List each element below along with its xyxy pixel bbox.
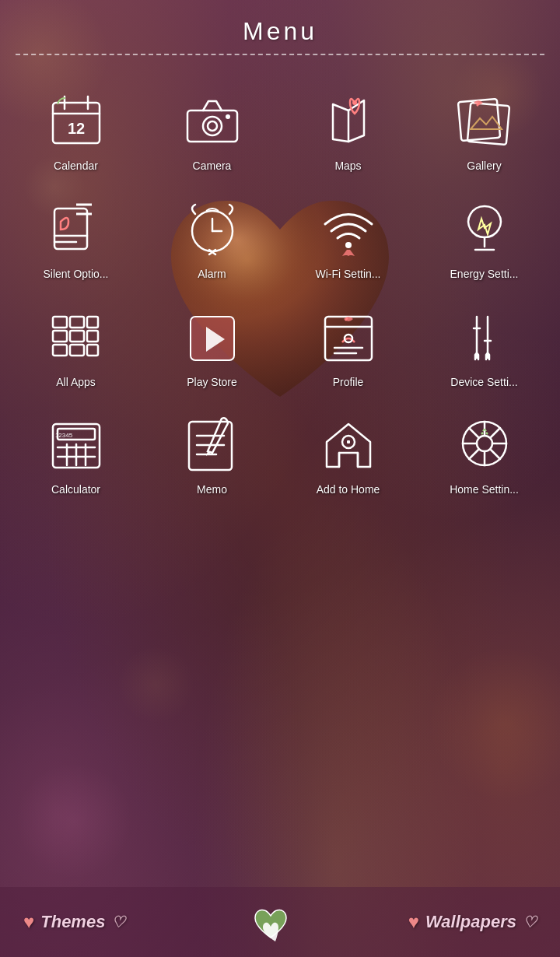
center-hearts-button[interactable] [247,903,286,941]
play-store-icon [177,301,247,371]
home-settings-label: Home Settin... [450,483,519,496]
add-to-home-icon-item[interactable]: Add to Home [280,402,416,503]
app-grid: 12 Calendar Camera [0,63,560,510]
gallery-icon-item[interactable]: Gallery [416,79,552,179]
svg-rect-33 [87,331,98,342]
svg-point-64 [477,436,492,451]
profile-icon-item[interactable]: Profile [280,295,416,395]
calculator-icon-item[interactable]: 12345 Calculator [8,402,144,503]
themes-label: Themes [40,912,105,932]
calculator-icon: 12345 [41,408,111,478]
memo-icon-item[interactable]: Memo [144,402,280,503]
energy-settings-label: Energy Setti... [450,268,519,281]
svg-line-70 [491,450,500,459]
bottom-bar: ♥ Themes ♡ ♥ Wallpapers ♡ [0,887,560,957]
alarm-icon [177,193,247,263]
themes-heart-icon2: ♡ [111,913,125,931]
all-apps-icon-item[interactable]: All Apps [8,295,144,395]
wifi-settings-label: Wi-Fi Settin... [315,268,380,281]
energy-settings-icon [450,193,520,263]
wallpapers-heart-icon2: ♡ [523,913,537,931]
silent-options-icon-item[interactable]: Silent Optio... [8,187,144,287]
wifi-settings-icon-item[interactable]: Wi-Fi Settin... [280,187,416,287]
svg-rect-30 [53,345,67,356]
themes-heart-icon: ♥ [23,911,34,933]
menu-title: Menu [243,17,317,45]
wifi-settings-icon [313,193,383,263]
home-settings-icon [450,408,520,478]
calendar-icon: 12 [41,85,111,155]
svg-line-73 [481,433,483,434]
calendar-label: Calendar [54,160,98,173]
home-settings-icon-item[interactable]: Home Settin... [416,402,552,503]
svg-point-7 [208,121,217,131]
add-to-home-icon [313,408,383,478]
menu-header: Menu [16,0,544,55]
camera-icon [177,85,247,155]
all-apps-icon [41,301,111,371]
device-settings-label: Device Setti... [450,376,517,389]
gallery-label: Gallery [467,160,501,173]
svg-rect-29 [70,331,84,342]
svg-rect-28 [53,331,67,342]
calendar-icon-item[interactable]: 12 Calendar [8,79,144,179]
wallpapers-button[interactable]: ♥ Wallpapers ♡ [408,911,537,933]
alarm-icon-item[interactable]: Alarm [144,187,280,287]
wallpapers-label: Wallpapers [425,912,516,932]
svg-text:12345: 12345 [54,432,72,439]
svg-text:12: 12 [67,120,84,137]
wallpapers-heart-icon: ♥ [408,911,419,933]
svg-rect-5 [187,110,237,142]
svg-point-10 [352,100,357,105]
silent-options-icon [41,193,111,263]
camera-label: Camera [193,160,232,173]
device-settings-icon [450,301,520,371]
profile-label: Profile [333,376,364,389]
play-store-icon-item[interactable]: Play Store [144,295,280,395]
maps-icon [313,85,383,155]
silent-options-label: Silent Optio... [43,268,108,281]
energy-settings-icon-item[interactable]: Energy Setti... [416,187,552,287]
svg-line-69 [469,428,478,437]
svg-line-74 [486,433,488,434]
memo-icon [177,408,247,478]
all-apps-label: All Apps [56,376,96,389]
svg-rect-31 [70,345,84,356]
alarm-label: Alarm [198,268,226,281]
memo-label: Memo [197,483,227,496]
play-store-label: Play Store [187,376,237,389]
svg-rect-34 [87,345,98,356]
gallery-icon [450,85,520,155]
add-to-home-label: Add to Home [317,483,380,496]
maps-icon-item[interactable]: Maps [280,79,416,179]
device-settings-icon-item[interactable]: Device Setti... [416,295,552,395]
svg-rect-27 [70,317,84,328]
calculator-label: Calculator [51,483,100,496]
svg-line-71 [491,428,500,437]
camera-icon-item[interactable]: Camera [144,79,280,179]
maps-label: Maps [334,160,361,173]
svg-rect-26 [53,317,67,328]
svg-point-8 [226,114,230,119]
svg-line-72 [469,450,478,459]
themes-button[interactable]: ♥ Themes ♡ [23,911,125,933]
svg-rect-32 [87,317,98,328]
svg-point-23 [345,242,352,248]
profile-icon [313,301,383,371]
svg-point-6 [203,117,222,135]
